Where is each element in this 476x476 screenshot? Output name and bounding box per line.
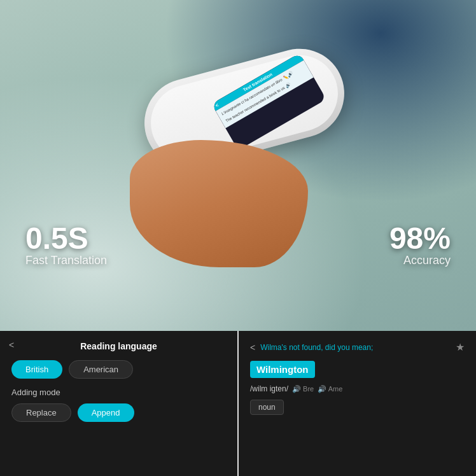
- fast-translation-stat: 0.5S Fast Translation: [25, 223, 107, 267]
- left-panel-title: Reading language: [11, 341, 226, 351]
- suggested-word: Wilmington: [250, 361, 315, 378]
- british-button[interactable]: British: [11, 360, 62, 379]
- screen-back-icon: <: [214, 102, 220, 109]
- replace-button[interactable]: Replace: [11, 403, 71, 422]
- speed-label: Fast Translation: [25, 254, 107, 267]
- phonetic-text: /wilm igten/: [250, 384, 288, 393]
- ame-speaker-icon[interactable]: 🔊 Ame: [318, 385, 342, 393]
- left-panel-back-button[interactable]: <: [9, 340, 14, 350]
- speed-value: 0.5S: [25, 223, 107, 254]
- phonetic-row: /wilm igten/ 🔊 Bre 🔊 Ame: [250, 384, 465, 393]
- search-word-highlight: Wilma's: [260, 343, 287, 352]
- accuracy-stat: 98% Accuracy: [389, 223, 451, 267]
- bottom-panels: < Reading language British American Addi…: [0, 331, 476, 476]
- favorite-button[interactable]: ★: [456, 341, 465, 353]
- append-button[interactable]: Append: [78, 403, 134, 422]
- hand-image: [130, 140, 308, 267]
- right-panel-back-button[interactable]: <: [250, 342, 255, 353]
- word-lookup-panel: < Wilma's not found, did you mean; ★ Wil…: [239, 331, 476, 476]
- device-screen: < Text translation L'insegnante ci ha ra…: [211, 53, 326, 150]
- not-found-message: Wilma's not found, did you mean;: [255, 343, 456, 352]
- device-container: < Text translation L'insegnante ci ha ra…: [111, 51, 365, 267]
- bre-speaker-icon[interactable]: 🔊 Bre: [292, 385, 314, 393]
- word-type-badge: noun: [250, 400, 284, 415]
- american-button[interactable]: American: [69, 360, 133, 379]
- right-panel-header: < Wilma's not found, did you mean; ★: [250, 341, 465, 353]
- accuracy-value: 98%: [389, 223, 451, 254]
- reading-language-panel: < Reading language British American Addi…: [0, 331, 237, 476]
- language-buttons-group: British American: [11, 360, 226, 379]
- accuracy-label: Accuracy: [389, 254, 451, 267]
- product-image-section: < Text translation L'insegnante ci ha ra…: [0, 0, 476, 331]
- mode-buttons-group: Replace Append: [11, 403, 226, 422]
- adding-mode-label: Adding mode: [11, 388, 226, 397]
- screen-original-text: L'insegnante ci ha raccomandato un libro…: [220, 64, 305, 116]
